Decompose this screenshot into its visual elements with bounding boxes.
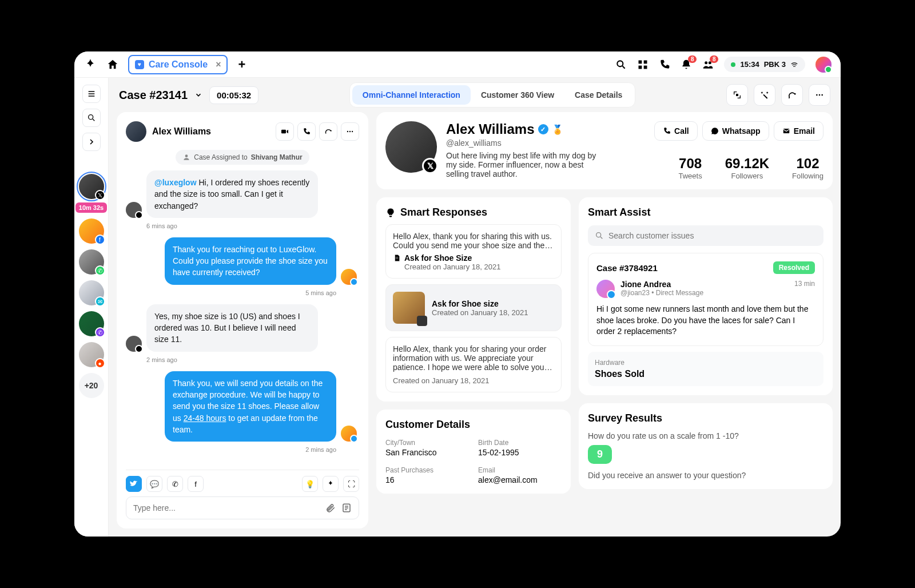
- viber-badge-icon: ✆: [95, 327, 105, 337]
- queue-avatar-5[interactable]: ✆: [79, 311, 104, 336]
- refresh-button[interactable]: [781, 84, 803, 106]
- tab-details[interactable]: Case Details: [564, 85, 632, 105]
- assigned-banner: Case Assigned to Shivang Mathur: [176, 150, 309, 165]
- close-tab-icon[interactable]: ×: [216, 59, 221, 70]
- survey-question: How do you rate us on a scale from 1 -10…: [588, 431, 824, 440]
- more-menu-button[interactable]: [809, 84, 830, 106]
- medal-icon: 🏅: [552, 124, 563, 135]
- profile-avatar: 𝕏: [385, 121, 437, 173]
- video-call-button[interactable]: [276, 122, 294, 141]
- status-pill[interactable]: 15:34 PBK 3: [724, 57, 805, 72]
- voice-call-button[interactable]: [297, 122, 316, 141]
- tab-omni[interactable]: Omni-Channel Interaction: [352, 85, 471, 105]
- hardware-box: Hardware Shoes Sold: [588, 352, 824, 386]
- channel-facebook-icon[interactable]: f: [188, 476, 204, 492]
- chevron-down-icon[interactable]: [194, 91, 202, 99]
- city-value: San Francisco: [385, 448, 469, 457]
- whatsapp-button[interactable]: Whatsapp: [702, 121, 769, 141]
- chat-refresh-button[interactable]: [319, 122, 337, 141]
- brand-logo: [83, 58, 97, 71]
- verified-badge-icon: ✓: [538, 124, 548, 134]
- rail-search-button[interactable]: [82, 109, 101, 127]
- incoming-message: @luxeglow Hi, I ordered my shoes recentl…: [146, 170, 318, 218]
- new-tab-button[interactable]: +: [238, 57, 245, 72]
- svg-point-16: [185, 154, 188, 157]
- topbar: ♥ Care Console × + 8 8 15:34 PBK 3: [74, 51, 841, 78]
- assist-search[interactable]: [588, 225, 824, 246]
- bell-icon[interactable]: 8: [681, 59, 692, 70]
- home-icon[interactable]: [106, 58, 119, 71]
- response-card[interactable]: Hello Alex, thank you for sharing your o…: [385, 337, 562, 392]
- queue-avatar-3[interactable]: ✆: [79, 249, 104, 275]
- active-tab-chip[interactable]: ♥ Care Console ×: [128, 55, 228, 74]
- channel-sms-icon[interactable]: 💬: [146, 476, 162, 492]
- svg-point-11: [821, 94, 823, 96]
- profile-panel: 𝕏 Alex Williams✓🏅 @alex_williams Out her…: [376, 112, 833, 189]
- doc-icon: [393, 254, 401, 262]
- queue-avatar-4[interactable]: ✉: [79, 280, 104, 305]
- channel-twitter-icon[interactable]: [126, 476, 142, 492]
- contact-name: Alex Williams: [152, 126, 211, 137]
- message-input[interactable]: [133, 503, 325, 512]
- status-badge: Resolved: [773, 261, 815, 274]
- suggest-icon[interactable]: 💡: [302, 476, 318, 492]
- response-thumbnail: [393, 292, 425, 324]
- twitter-badge-icon: ✉: [95, 296, 105, 307]
- svg-rect-3: [639, 65, 642, 69]
- related-case-card[interactable]: Case #3784921Resolved Jione Andrea@jioan…: [588, 253, 824, 346]
- svg-rect-2: [644, 60, 647, 63]
- user-avatar[interactable]: [815, 57, 832, 73]
- tweets-count: 708: [679, 156, 702, 172]
- timestamp: 5 mins ago: [146, 289, 336, 296]
- queue-avatar-6[interactable]: ●: [79, 342, 104, 367]
- svg-point-9: [816, 94, 818, 96]
- topbar-right: 8 8 15:34 PBK 3: [615, 57, 832, 73]
- call-button[interactable]: Call: [654, 121, 698, 141]
- channel-whatsapp-icon[interactable]: ✆: [167, 476, 183, 492]
- bulb-icon: [385, 208, 396, 218]
- response-card[interactable]: Ask for Shoe sizeCreated on January 18, …: [385, 284, 562, 331]
- email-value: alex@email.com: [478, 475, 562, 484]
- outgoing-message: Thank you, we will send you details on t…: [165, 371, 336, 442]
- pop-out-button[interactable]: [726, 84, 748, 106]
- side-rail: 𝕏 10m 32s f ✆ ✉ ✆ ● +20: [74, 78, 109, 537]
- smart-responses-panel: Smart Responses Hello Alex, thank you fo…: [376, 197, 571, 402]
- status-label: PBK 3: [764, 60, 786, 69]
- case-header: Case #23141 00:05:32 Omni-Channel Intera…: [109, 78, 841, 112]
- chat-more-button[interactable]: [341, 122, 359, 141]
- agent-avatar: [341, 269, 357, 285]
- queue-avatar-1[interactable]: 𝕏: [79, 174, 104, 199]
- status-dot: [731, 62, 735, 67]
- profile-bio: Out here living my best life with my dog…: [446, 151, 600, 178]
- smart-assist-panel: Smart Assist Case #3784921Resolved: [579, 197, 833, 395]
- response-card[interactable]: Hello Alex, thank you for sharing this w…: [385, 224, 562, 279]
- tab-360[interactable]: Customer 360 View: [471, 85, 564, 105]
- svg-rect-8: [736, 94, 738, 96]
- elapsed-timer: 00:05:32: [209, 86, 258, 104]
- phone-icon[interactable]: [659, 59, 670, 70]
- sprout-icon[interactable]: [323, 476, 339, 492]
- queue-more-count[interactable]: +20: [79, 373, 104, 398]
- queue-avatar-2[interactable]: f: [79, 218, 104, 244]
- magic-button[interactable]: [754, 84, 775, 106]
- followers-count: 69.12K: [725, 156, 769, 172]
- apps-grid-icon[interactable]: [637, 59, 649, 70]
- svg-point-5: [705, 61, 708, 64]
- template-icon[interactable]: [341, 503, 352, 513]
- expand-composer-icon[interactable]: ⛶: [343, 476, 359, 492]
- tab-label: Care Console: [149, 59, 208, 70]
- attachment-icon[interactable]: [325, 503, 336, 513]
- svg-rect-12: [281, 130, 286, 134]
- email-button[interactable]: Email: [774, 121, 824, 141]
- menu-button[interactable]: [82, 85, 101, 103]
- people-icon[interactable]: 8: [702, 59, 714, 70]
- assist-search-input[interactable]: [608, 231, 817, 240]
- timestamp: 2 mins ago: [146, 356, 336, 363]
- reddit-badge-icon: ●: [95, 358, 105, 368]
- wifi-icon: [790, 61, 798, 69]
- svg-rect-1: [639, 60, 642, 63]
- x-badge-icon: 𝕏: [95, 190, 105, 200]
- related-case-id: Case #3784921: [596, 263, 658, 273]
- search-icon[interactable]: [615, 59, 627, 70]
- expand-button[interactable]: [82, 133, 101, 151]
